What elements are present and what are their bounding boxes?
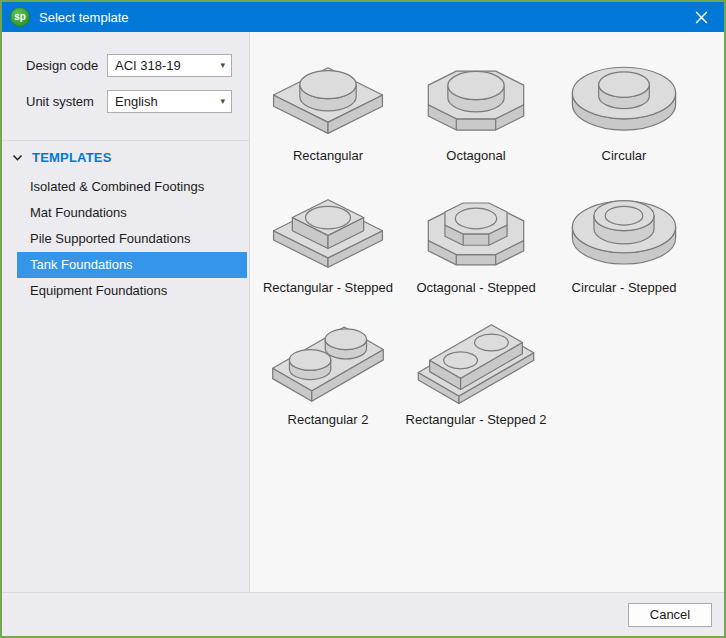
template-tile-label: Circular - Stepped: [572, 280, 677, 295]
cancel-button[interactable]: Cancel: [628, 603, 712, 627]
unit-system-row: Unit system English ▾: [2, 90, 249, 113]
template-tile-circular-stepped[interactable]: Circular - Stepped: [550, 178, 698, 295]
oct-tank-icon: [415, 46, 537, 142]
rect-stepped2-tank-icon: [415, 310, 537, 406]
template-tile-rectangular[interactable]: Rectangular: [254, 46, 402, 163]
close-button[interactable]: [678, 2, 724, 32]
dropdown-caret-icon: ▾: [220, 61, 231, 70]
template-tile-rectangular-stepped[interactable]: Rectangular - Stepped: [254, 178, 402, 295]
template-category-list: Isolated & Combined FootingsMat Foundati…: [2, 174, 249, 304]
template-tile-octagonal[interactable]: Octagonal: [402, 46, 550, 163]
design-code-label: Design code: [26, 58, 107, 73]
templates-section-header[interactable]: TEMPLATES: [2, 141, 249, 170]
circ-stepped-tank-icon: [563, 178, 685, 274]
rect-stepped-tank-icon: [267, 178, 389, 274]
close-icon: [695, 11, 708, 24]
dialog-body: Design code ACI 318-19 ▾ Unit system Eng…: [2, 32, 724, 592]
design-code-value: ACI 318-19: [108, 58, 220, 73]
footer-bar: Cancel: [2, 592, 724, 636]
sidebar-item-tank-foundations[interactable]: Tank Foundations: [17, 252, 247, 278]
sidebar-item-pile-supported-foundations[interactable]: Pile Supported Foundations: [17, 226, 247, 252]
unit-system-select[interactable]: English ▾: [107, 90, 232, 113]
rect-tank-icon: [267, 46, 389, 142]
select-template-dialog: sp Select template Design code ACI 318-1…: [0, 0, 726, 638]
oct-stepped-tank-icon: [415, 178, 537, 274]
template-tile-label: Rectangular - Stepped 2: [406, 412, 547, 427]
template-tile-label: Circular: [602, 148, 647, 163]
template-tile-label: Rectangular: [293, 148, 363, 163]
templates-header-label: TEMPLATES: [32, 150, 112, 165]
rect2-tank-icon: [267, 310, 389, 406]
template-tile-label: Rectangular 2: [288, 412, 369, 427]
template-tile-octagonal-stepped[interactable]: Octagonal - Stepped: [402, 178, 550, 295]
window-title: Select template: [39, 10, 678, 25]
unit-system-value: English: [108, 94, 220, 109]
app-logo-icon: sp: [10, 7, 30, 27]
template-tile-circular[interactable]: Circular: [550, 46, 698, 163]
template-gallery: RectangularOctagonalCircularRectangular …: [250, 32, 724, 592]
sidebar-item-equipment-foundations[interactable]: Equipment Foundations: [17, 278, 247, 304]
dropdown-caret-icon: ▾: [220, 97, 231, 106]
unit-system-label: Unit system: [26, 94, 107, 109]
template-tile-rectangular-stepped-2[interactable]: Rectangular - Stepped 2: [402, 310, 550, 427]
template-tile-label: Octagonal - Stepped: [416, 280, 535, 295]
design-code-row: Design code ACI 318-19 ▾: [2, 54, 249, 77]
template-tile-label: Octagonal: [446, 148, 505, 163]
design-code-select[interactable]: ACI 318-19 ▾: [107, 54, 232, 77]
sidebar: Design code ACI 318-19 ▾ Unit system Eng…: [2, 32, 250, 592]
template-tile-label: Rectangular - Stepped: [263, 280, 393, 295]
sidebar-item-isolated-combined-footings[interactable]: Isolated & Combined Footings: [17, 174, 247, 200]
template-tile-rectangular-2[interactable]: Rectangular 2: [254, 310, 402, 427]
sidebar-item-mat-foundations[interactable]: Mat Foundations: [17, 200, 247, 226]
chevron-down-icon: [12, 154, 23, 162]
circ-tank-icon: [563, 46, 685, 142]
titlebar[interactable]: sp Select template: [2, 2, 724, 32]
app-logo-text: sp: [14, 12, 26, 22]
